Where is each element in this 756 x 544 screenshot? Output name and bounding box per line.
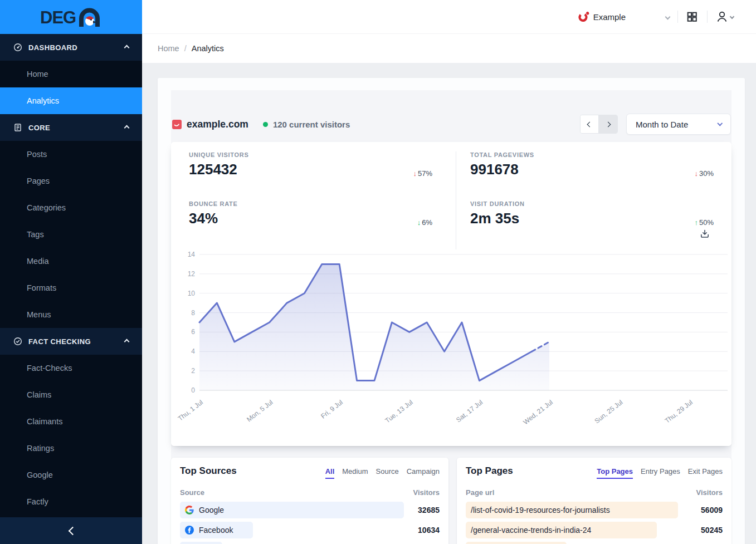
item-label: Tags: [27, 230, 44, 239]
chevron-down-icon[interactable]: [730, 14, 734, 19]
sidebar-item-analytics[interactable]: Analytics: [0, 87, 142, 114]
stat-label: BOUNCE RATE: [189, 200, 456, 207]
sidebar: DEG DASHBOARD Home Analytics CORE Posts: [0, 0, 142, 544]
item-label: Claimants: [27, 417, 62, 426]
stat-change-value: 50%: [699, 218, 714, 227]
sources-rows: Google 32685 Facebook 10634: [180, 502, 440, 544]
item-label: Pages: [27, 177, 50, 185]
site-header: example.com 120 current visitors Month t…: [172, 111, 731, 137]
stat-label: TOTAL PAGEVIEWS: [470, 151, 731, 158]
sidebar-menu: DASHBOARD Home Analytics CORE Posts Page…: [0, 34, 142, 515]
chevron-down-icon: [717, 121, 722, 126]
svg-text:Fri, 9 Jul: Fri, 9 Jul: [319, 398, 344, 420]
stats-row: UNIQUE VISITORS 125432 ↓57% BOUNCE RATE …: [171, 142, 731, 249]
svg-text:10: 10: [188, 290, 196, 297]
sidebar-item-posts[interactable]: Posts: [0, 141, 142, 168]
svg-text:Wed, 21 Jul: Wed, 21 Jul: [521, 398, 554, 426]
page-row[interactable]: /general-vaccine-trends-in-india-24 5024…: [466, 522, 723, 538]
tab-medium[interactable]: Medium: [342, 467, 368, 479]
period-select[interactable]: Month to Date: [626, 114, 731, 135]
tab-entry-pages[interactable]: Entry Pages: [641, 467, 680, 479]
source-row[interactable]: [180, 542, 440, 544]
divider: [707, 11, 708, 23]
svg-text:12: 12: [188, 270, 196, 278]
stats-chart-card: UNIQUE VISITORS 125432 ↓57% BOUNCE RATE …: [171, 142, 731, 446]
item-label: Claims: [27, 390, 51, 399]
sidebar-section-fact-checking[interactable]: FACT CHECKING: [0, 328, 142, 355]
sidebar-section-core[interactable]: CORE: [0, 114, 142, 141]
next-period-button[interactable]: [599, 115, 617, 133]
stat-change-value: 57%: [418, 169, 432, 178]
tab-top-pages[interactable]: Top Pages: [597, 467, 633, 479]
svg-text:14: 14: [188, 251, 196, 258]
tab-source[interactable]: Source: [376, 467, 399, 479]
sidebar-item-google[interactable]: Google: [0, 462, 142, 488]
chevron-up-icon: [124, 339, 130, 344]
breadcrumb-current: Analytics: [192, 44, 224, 53]
tab-campaign[interactable]: Campaign: [407, 467, 440, 479]
stat-label: UNIQUE VISITORS: [189, 151, 456, 158]
sidebar-item-fact-checks[interactable]: Fact-Checks: [0, 355, 142, 381]
sidebar-item-menus[interactable]: Menus: [0, 301, 142, 328]
google-icon: [185, 506, 194, 514]
source-row-facebook[interactable]: Facebook 10634: [180, 522, 440, 538]
stat-value: 991678: [470, 161, 731, 178]
stat-change-value: 30%: [699, 169, 714, 178]
svg-text:Tue, 13 Jul: Tue, 13 Jul: [384, 398, 414, 424]
check-circle-icon: [13, 337, 22, 346]
tab-all[interactable]: All: [325, 467, 335, 479]
arrow-down-icon: ↓: [417, 218, 421, 227]
user-profile-icon[interactable]: [715, 10, 729, 23]
breadcrumb-home[interactable]: Home: [158, 44, 179, 53]
top-sources-title: Top Sources: [180, 465, 325, 477]
chevron-down-icon[interactable]: [665, 14, 671, 19]
sidebar-item-claimants[interactable]: Claimants: [0, 408, 142, 435]
prev-period-button[interactable]: [581, 115, 599, 133]
column-visitors: Visitors: [696, 488, 723, 497]
sidebar-item-formats[interactable]: Formats: [0, 275, 142, 301]
arrow-down-icon: ↓: [694, 169, 698, 178]
sidebar-item-ratings[interactable]: Ratings: [0, 435, 142, 462]
page-row[interactable]: /list-of-covid-19-resources-for-journali…: [466, 502, 723, 518]
item-label: Menus: [27, 310, 51, 319]
sidebar-item-tags[interactable]: Tags: [0, 221, 142, 248]
svg-text:8: 8: [191, 309, 195, 317]
svg-text:Thu, 1 Jul: Thu, 1 Jul: [177, 398, 204, 422]
sidebar-collapse-button[interactable]: [0, 517, 142, 544]
dega-logo[interactable]: DEG: [0, 0, 142, 34]
chevron-right-icon: [606, 121, 611, 127]
section-label: DASHBOARD: [28, 43, 125, 52]
org-switcher[interactable]: Example: [578, 10, 626, 23]
stat-value: 2m 35s: [470, 210, 731, 227]
sidebar-item-categories[interactable]: Categories: [0, 194, 142, 221]
tab-exit-pages[interactable]: Exit Pages: [688, 467, 723, 479]
stat-change-value: 6%: [422, 218, 432, 227]
breadcrumb: Home / Analytics: [142, 34, 756, 63]
page-visitors: 50245: [701, 526, 723, 535]
topbar: Example: [142, 0, 756, 34]
sidebar-item-factly[interactable]: Factly: [0, 488, 142, 515]
page-row[interactable]: [466, 542, 723, 544]
pages-column-headers: Page url Visitors: [466, 488, 723, 497]
arrow-down-icon: ↓: [413, 169, 417, 178]
document-icon: [13, 123, 22, 132]
sidebar-item-pages[interactable]: Pages: [0, 168, 142, 194]
apps-grid-icon[interactable]: [686, 10, 699, 23]
site-domain: example.com: [187, 119, 248, 130]
visitors-line-chart[interactable]: 02468101214Thu, 1 JulMon, 5 JulFri, 9 Ju…: [171, 248, 731, 432]
download-icon[interactable]: [699, 228, 710, 239]
section-label: CORE: [28, 124, 125, 132]
stat-value: 34%: [189, 210, 456, 227]
sidebar-section-dashboard[interactable]: DASHBOARD: [0, 34, 142, 61]
sidebar-item-home[interactable]: Home: [0, 61, 142, 87]
sidebar-item-claims[interactable]: Claims: [0, 381, 142, 408]
stat-unique-visitors: UNIQUE VISITORS 125432 ↓57%: [171, 151, 456, 200]
source-row-google[interactable]: Google 32685: [180, 502, 440, 518]
stat-visit-duration: VISIT DURATION 2m 35s ↑50%: [456, 200, 731, 249]
divider: [677, 11, 678, 23]
chevron-up-icon: [124, 45, 130, 50]
svg-text:0: 0: [191, 386, 195, 394]
sidebar-item-media[interactable]: Media: [0, 248, 142, 275]
period-nav: [580, 115, 618, 134]
analytics-card: example.com 120 current visitors Month t…: [158, 78, 745, 544]
